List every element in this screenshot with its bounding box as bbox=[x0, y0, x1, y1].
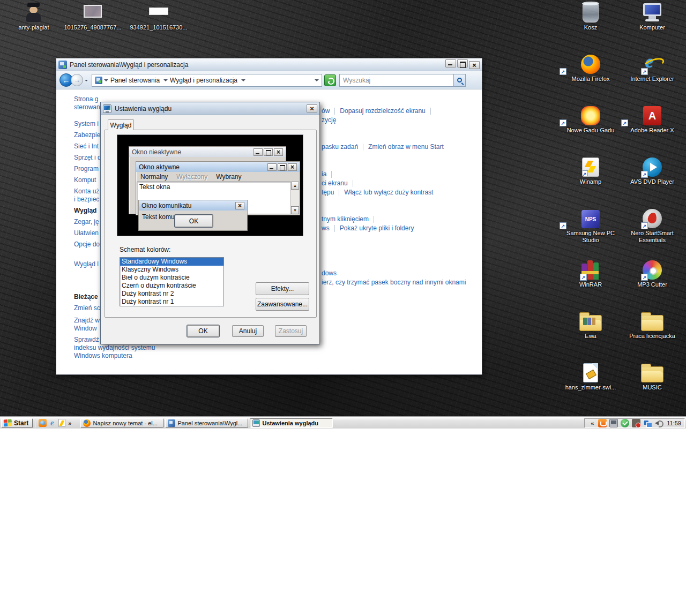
content-link-fragment[interactable]: ów bbox=[322, 107, 330, 115]
desktop-icon-mp3-cutter[interactable]: MP3 Cutter bbox=[623, 257, 682, 288]
breadcrumb-control-panel[interactable]: Panel sterowania bbox=[110, 77, 160, 84]
search-button[interactable] bbox=[454, 74, 466, 87]
content-link-adjust-resolution[interactable]: Dopasuj rozdzielczość ekranu bbox=[340, 107, 425, 115]
desktop-icon-ewa[interactable]: Ewa bbox=[561, 309, 620, 340]
content-link-fragment[interactable]: dows bbox=[322, 269, 337, 277]
chevron-down-icon[interactable] bbox=[163, 79, 168, 84]
desktop-icon-adobe-reader[interactable]: Adobe Reader X bbox=[623, 103, 682, 134]
sidebar-task-link-1[interactable]: Zmień sc bbox=[74, 304, 100, 312]
quicklaunch-overflow-chevron-icon[interactable] bbox=[66, 420, 73, 426]
content-link-fragment[interactable]: ia bbox=[322, 170, 326, 178]
quicklaunch-media-player-icon[interactable] bbox=[38, 418, 47, 428]
java-tray-icon[interactable] bbox=[598, 419, 607, 427]
desktop-icon-samsung-new-pc-studio[interactable]: Samsung New PC Studio bbox=[561, 206, 620, 244]
scheme-option[interactable]: Klasyczny Windows bbox=[120, 266, 223, 274]
sidebar-task-link-2-line2[interactable]: Window bbox=[74, 325, 97, 332]
desktop-icon-image-1[interactable]: 1015276_49087767... bbox=[59, 0, 126, 31]
scheme-option[interactable]: Czerń o dużym kontraście bbox=[120, 282, 223, 290]
quicklaunch-winamp-icon[interactable] bbox=[57, 418, 66, 428]
desktop-icon-image-2[interactable]: 934921_101516730... bbox=[126, 0, 191, 31]
recent-pages-dropdown-icon[interactable] bbox=[85, 80, 88, 83]
taskbar-task-control-panel[interactable]: Panel sterowania\Wygl... bbox=[165, 418, 248, 428]
volume-tray-icon[interactable] bbox=[654, 419, 663, 427]
sidebar-task-link-3-line3[interactable]: Windows komputera bbox=[74, 352, 132, 359]
desktop-icon-praca-licencjacka[interactable]: Praca licencjacka bbox=[623, 309, 682, 340]
sidebar-task-link-3-line2[interactable]: indeksu wydajności systemu bbox=[74, 344, 155, 351]
content-link-fragment[interactable]: ws bbox=[322, 224, 330, 232]
breadcrumb-appearance[interactable]: Wygląd i personalizacja bbox=[170, 77, 237, 84]
sidebar-item-accounts-line1[interactable]: Konta uż bbox=[74, 187, 99, 195]
content-link-fragment[interactable]: zycję bbox=[322, 116, 336, 124]
network-tray-icon[interactable] bbox=[643, 419, 652, 427]
sidebar-task-link-2-line1[interactable]: Znajdź w bbox=[74, 317, 100, 324]
cancel-button[interactable]: Anuluj bbox=[232, 325, 264, 337]
minimize-button[interactable] bbox=[445, 59, 456, 67]
window-titlebar[interactable]: Panel sterowania\Wygląd i personalizacja bbox=[56, 58, 482, 71]
power-plug-error-tray-icon[interactable] bbox=[632, 419, 640, 427]
sidebar-home-link-line1[interactable]: Strona g bbox=[74, 95, 98, 103]
sidebar-item-additional[interactable]: Opcje do bbox=[74, 241, 100, 248]
sidebar-item-programs[interactable]: Program bbox=[74, 165, 99, 172]
content-link-start-menu-image[interactable]: Zmień obraz w menu Start bbox=[368, 143, 444, 151]
sidebar-see-also-link[interactable]: Wygląd l bbox=[74, 260, 99, 268]
sidebar-home-link-line2[interactable]: sterowan bbox=[74, 103, 100, 111]
scheme-option[interactable]: Duży kontrast nr 2 bbox=[120, 290, 223, 298]
sidebar-item-clock[interactable]: Zegar, ję bbox=[74, 218, 99, 226]
desktop-icon-gadu-gadu[interactable]: Nowe Gadu-Gadu bbox=[561, 103, 620, 134]
content-link-sidebar-on-top[interactable]: ierz, czy trzymać pasek boczny nad innym… bbox=[322, 279, 466, 286]
sidebar-task-link-3-line1[interactable]: Sprawdź bbox=[74, 336, 99, 343]
maximize-button[interactable] bbox=[457, 59, 468, 67]
scheme-option-selected[interactable]: Standardowy Windows bbox=[120, 258, 223, 266]
tab-wyglad[interactable]: Wygląd bbox=[108, 119, 134, 130]
display-tray-icon[interactable] bbox=[609, 419, 618, 427]
sidebar-item-appearance-current[interactable]: Wygląd bbox=[74, 207, 96, 214]
desktop-icon-firefox[interactable]: Mozilla Firefox bbox=[561, 51, 620, 82]
sidebar-item-network[interactable]: Sieć i Int bbox=[74, 142, 99, 150]
desktop-icon-winrar[interactable]: WinRAR bbox=[561, 257, 620, 288]
search-input[interactable]: Wyszukaj bbox=[339, 74, 454, 87]
clock[interactable]: 11:59 bbox=[666, 420, 681, 426]
scheme-option[interactable]: Duży kontrast nr 1 bbox=[120, 298, 223, 306]
content-link-fragment[interactable]: tępu bbox=[322, 189, 334, 196]
desktop-icon-music[interactable]: MUSIC bbox=[623, 360, 682, 391]
ok-button[interactable]: OK bbox=[187, 325, 219, 337]
content-link-show-hidden-files[interactable]: Pokaż ukryte pliki i foldery bbox=[340, 224, 414, 232]
taskbar-task-appearance-settings[interactable]: Ustawienia wyglądu bbox=[250, 418, 333, 428]
content-link-fragment[interactable]: ci ekranu bbox=[322, 179, 348, 187]
advanced-button[interactable]: Zaawansowane... bbox=[256, 298, 309, 311]
refresh-button[interactable] bbox=[324, 74, 336, 86]
sidebar-item-ease[interactable]: Ułatwien bbox=[74, 229, 99, 237]
desktop-icon-recycle-bin[interactable]: Kosz bbox=[561, 0, 620, 31]
effects-button[interactable]: Efekty... bbox=[256, 282, 309, 295]
start-button[interactable]: Start bbox=[1, 418, 33, 428]
desktop-icon-computer[interactable]: Komputer bbox=[623, 0, 682, 31]
content-link-taskbar[interactable]: pasku zadań bbox=[322, 143, 358, 151]
desktop-icon-hans-zimmer-file[interactable]: hans_zimmer-swi... bbox=[561, 360, 620, 391]
sidebar-item-security[interactable]: Zabezpie bbox=[74, 131, 100, 139]
sidebar-item-hardware[interactable]: Sprzęt i d bbox=[74, 154, 101, 161]
dialog-close-button[interactable] bbox=[307, 104, 317, 112]
content-link-fragment[interactable]: tnym kliknięciem bbox=[322, 215, 369, 223]
taskbar-task-firefox[interactable]: Napisz nowy temat - el... bbox=[80, 418, 163, 428]
close-button[interactable] bbox=[469, 61, 480, 69]
dialog-titlebar[interactable]: Ustawienia wyglądu bbox=[101, 102, 319, 115]
phone-sync-tray-icon[interactable] bbox=[621, 419, 629, 427]
desktop-icon-anty-plagiat[interactable]: anty-plagiat bbox=[4, 0, 63, 31]
sidebar-item-accounts-line2[interactable]: i bezpiec bbox=[74, 196, 99, 203]
scheme-option[interactable]: Biel o dużym kontraście bbox=[120, 274, 223, 282]
sidebar-item-system[interactable]: System i bbox=[74, 120, 99, 127]
desktop-icon-avs-dvd-player[interactable]: AVS DVD Player bbox=[623, 154, 682, 185]
forward-button[interactable] bbox=[71, 74, 83, 86]
address-history-dropdown-icon[interactable] bbox=[315, 79, 319, 84]
desktop-icon-internet-explorer[interactable]: Internet Explorer bbox=[623, 51, 682, 82]
chevron-down-icon[interactable] bbox=[241, 79, 245, 84]
quicklaunch-internet-explorer-icon[interactable] bbox=[47, 418, 57, 428]
desktop-icon-winamp[interactable]: Winamp bbox=[561, 154, 620, 185]
color-scheme-listbox[interactable]: Standardowy Windows Klasyczny Windows Bi… bbox=[120, 257, 224, 306]
content-link-high-contrast[interactable]: Włącz lub wyłącz duży kontrast bbox=[344, 189, 433, 196]
desktop-icon-nero-startsmart[interactable]: Nero StartSmart Essentials bbox=[623, 206, 682, 244]
chevron-down-icon[interactable] bbox=[104, 79, 108, 84]
tray-collapse-chevron-icon[interactable] bbox=[589, 420, 595, 426]
address-breadcrumb[interactable]: Panel sterowania Wygląd i personalizacja bbox=[92, 74, 322, 87]
sidebar-item-mobile[interactable]: Komput bbox=[74, 176, 96, 184]
